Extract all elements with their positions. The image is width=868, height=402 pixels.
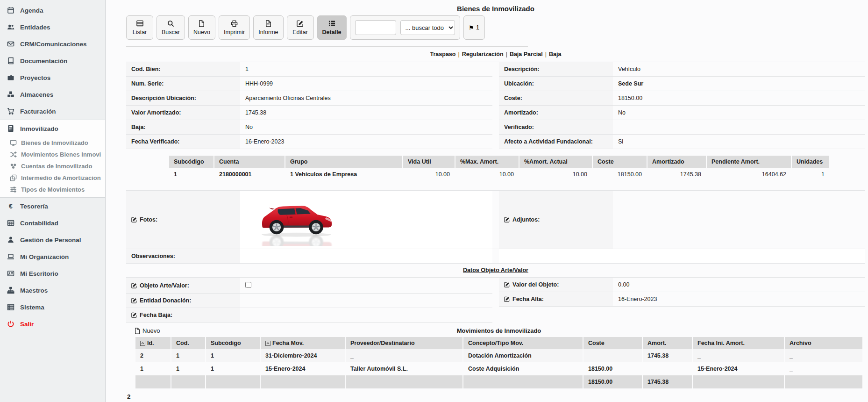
column-header[interactable]: Subcódigo bbox=[206, 337, 260, 349]
column-header: Subcódigo bbox=[169, 156, 213, 168]
sidebar-item-crm[interactable]: CRM/Comunicaciones bbox=[0, 36, 105, 52]
sidebar-item-gestion-personal[interactable]: Gestión de Personal bbox=[0, 231, 105, 248]
sidebar-item-label: Tipos de Movimientos bbox=[21, 186, 85, 193]
cell-proveedor: Taller Automóvil S.L. bbox=[346, 362, 462, 375]
cell-vida-util: 10.00 bbox=[403, 168, 455, 181]
sidebar-item-maestros[interactable]: Maestros bbox=[0, 282, 105, 299]
movimientos-title: Movimientos de Inmovilizado bbox=[191, 327, 807, 334]
column-header-fecha-mov[interactable]: Fecha Mov. bbox=[261, 337, 345, 349]
id-card-icon bbox=[7, 270, 15, 277]
file-text-icon bbox=[265, 20, 271, 27]
monitor-icon bbox=[9, 139, 17, 146]
table-row[interactable]: 1 1 1 15-Enero-2024 Taller Automóvil S.L… bbox=[135, 362, 862, 375]
sidebar-item-cuentas-inmovilizado[interactable]: Cuentas de Inmovilizado bbox=[0, 160, 105, 172]
cell-cuenta: 2180000001 bbox=[214, 168, 285, 181]
photo-area[interactable] bbox=[240, 191, 492, 249]
flag-count: 1 bbox=[476, 24, 479, 31]
baja-value: No bbox=[240, 120, 492, 135]
sidebar-item-intermedio-amortizacion[interactable]: Intermedio de Amortizacion bbox=[0, 172, 105, 184]
arte-details: Objeto Arte/Valor: Entidad Donación: Fec… bbox=[126, 277, 865, 323]
fotos-section: Fotos: bbox=[126, 191, 492, 249]
sidebar-item-documentacion[interactable]: Documentación bbox=[0, 52, 105, 69]
sidebar-item-mi-organizacion[interactable]: Mi Organización bbox=[0, 248, 105, 265]
sidebar-item-bienes-de-inmovilizado[interactable]: Bienes de Inmovilizado bbox=[0, 137, 105, 149]
sidebar-item-agenda[interactable]: Agenda bbox=[0, 2, 105, 19]
sidebar-item-facturacion[interactable]: Facturación bbox=[0, 103, 105, 120]
listar-button[interactable]: Listar bbox=[126, 15, 153, 40]
cell-unidades: 1 bbox=[792, 168, 829, 181]
adjuntos-value[interactable] bbox=[613, 191, 865, 249]
datos-objeto-arte-link[interactable]: Datos Objeto Arte/Valor bbox=[463, 267, 528, 273]
objeto-arte-checkbox[interactable] bbox=[245, 282, 251, 288]
baja-link[interactable]: Baja bbox=[549, 51, 561, 57]
cell-id: 1 bbox=[135, 362, 171, 375]
observaciones-row: Observaciones: bbox=[126, 249, 865, 264]
button-label: Listar bbox=[133, 29, 147, 36]
column-header-id[interactable]: Id. bbox=[135, 337, 171, 349]
sidebar-item-tesoreria[interactable]: € Tesorería bbox=[0, 198, 105, 215]
movimientos-nuevo-link[interactable]: Nuevo bbox=[135, 327, 191, 334]
column-header[interactable]: Amort. bbox=[643, 337, 692, 349]
column-header: Vida Util bbox=[403, 156, 455, 168]
sidebar-item-label: Documentación bbox=[20, 57, 67, 65]
column-header[interactable]: Coste bbox=[583, 337, 642, 349]
adjuntos-section: Adjuntos: bbox=[499, 191, 865, 249]
cell-archivo: _ bbox=[785, 349, 862, 362]
details-right-column: Descripción: Vehículo Ubicación: Sede Su… bbox=[499, 62, 865, 149]
table-row[interactable]: 2 1 1 31-Diciembre-2024 _ Dotación Amort… bbox=[135, 349, 862, 362]
column-header[interactable]: Fecha Ini. Amort. bbox=[693, 337, 784, 349]
cell-fecha-mov: 31-Diciembre-2024 bbox=[261, 349, 345, 362]
column-header[interactable]: Archivo bbox=[785, 337, 862, 349]
informe-button[interactable]: Informe bbox=[253, 15, 283, 40]
flag-button[interactable]: ⚑ 1 bbox=[463, 15, 485, 40]
column-header[interactable]: Proveedor/Destinatario bbox=[346, 337, 462, 349]
sidebar-item-tipos-movimientos[interactable]: Tipos de Movimientos bbox=[0, 184, 105, 195]
field-label: Descripción: bbox=[499, 62, 613, 77]
sidebar-item-movimientos-bienes[interactable]: Movimientos Bienes Inmovi bbox=[0, 149, 105, 160]
cell-coste: 18150.00 bbox=[583, 362, 642, 375]
sidebar-item-inmovilizado[interactable]: Inmovilizado bbox=[0, 120, 105, 137]
sidebar-item-entidades[interactable]: Entidades bbox=[0, 19, 105, 36]
column-header: Pendiente Amort. bbox=[707, 156, 791, 168]
imprimir-button[interactable]: Imprimir bbox=[219, 15, 250, 40]
sidebar-item-label: Proyectos bbox=[20, 74, 50, 81]
sidebar-item-label: Sistema bbox=[20, 304, 44, 311]
verificado-value bbox=[613, 120, 865, 135]
file-icon bbox=[135, 328, 140, 334]
field-label: Fecha Alta: bbox=[499, 292, 613, 307]
sidebar-item-sistema[interactable]: Sistema bbox=[0, 299, 105, 316]
sidebar-item-label: Mi Organización bbox=[20, 253, 69, 260]
fotos-label: Fotos: bbox=[126, 191, 240, 249]
column-header[interactable]: Cod. bbox=[171, 337, 205, 349]
sidebar-item-mi-escritorio[interactable]: Mi Escritorio bbox=[0, 265, 105, 282]
cell-grupo: 1 Vehículos de Empresa bbox=[285, 168, 402, 181]
sidebar-item-contabilidad[interactable]: Contabilidad bbox=[0, 215, 105, 231]
observaciones-value bbox=[240, 249, 492, 263]
descripcion-ubicacion-value: Aparcamiento Oficinas Centrales bbox=[240, 91, 492, 106]
search-scope-select[interactable]: ... buscar todo bbox=[400, 20, 455, 35]
cart-icon bbox=[7, 108, 15, 115]
fecha-alta-value: 16-Enero-2023 bbox=[613, 292, 865, 307]
cell-fecha-ini-amort: _ bbox=[693, 349, 784, 362]
nuevo-button[interactable]: Nuevo bbox=[188, 15, 215, 40]
list-icon bbox=[328, 20, 335, 27]
sidebar-item-proyectos[interactable]: Proyectos bbox=[0, 69, 105, 86]
sidebar-item-almacenes[interactable]: Almacenes bbox=[0, 86, 105, 103]
cell-amort: 1745.38 bbox=[643, 349, 692, 362]
baja-parcial-link[interactable]: Baja Parcial bbox=[510, 51, 543, 57]
boxes-icon bbox=[7, 91, 15, 98]
sidebar-item-label: CRM/Comunicaciones bbox=[20, 41, 87, 48]
search-icon bbox=[167, 20, 174, 27]
sidebar-item-salir[interactable]: Salir bbox=[0, 316, 105, 332]
afecto-actividad-value: Si bbox=[613, 135, 865, 149]
buscar-button[interactable]: Buscar bbox=[157, 15, 185, 40]
traspaso-link[interactable]: Traspaso bbox=[430, 51, 456, 57]
sort-icon bbox=[265, 341, 270, 346]
detalle-button[interactable]: Detalle bbox=[317, 15, 347, 40]
editar-button[interactable]: Editar bbox=[287, 15, 314, 40]
table-row[interactable]: 1 2180000001 1 Vehículos de Empresa 10.0… bbox=[169, 168, 829, 181]
column-header[interactable]: Concepto/Tipo Mov. bbox=[463, 337, 583, 349]
field-label: Afecto a Actividad Fundacional: bbox=[499, 135, 613, 149]
regularizacion-link[interactable]: Regularización bbox=[462, 51, 504, 57]
search-input[interactable] bbox=[355, 20, 396, 35]
